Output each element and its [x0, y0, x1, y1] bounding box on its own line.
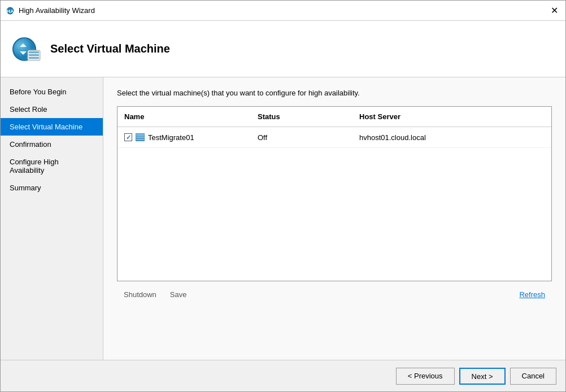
vm-table-header: Name Status Host Server: [117, 107, 551, 127]
shutdown-action[interactable]: Shutdown: [124, 290, 156, 299]
refresh-link[interactable]: Refresh: [519, 290, 545, 299]
wizard-footer: < Previous Next > Cancel: [1, 360, 565, 391]
vm-table: Name Status Host Server: [117, 106, 552, 281]
sidebar-item-summary[interactable]: Summary: [1, 179, 103, 197]
save-action[interactable]: Save: [170, 290, 187, 299]
column-header-status: Status: [253, 110, 355, 123]
table-footer: Shutdown Save Refresh: [117, 286, 552, 303]
window-title: High Availability Wizard: [19, 6, 547, 15]
vm-server-icon: [136, 133, 145, 142]
window-icon: HA: [5, 6, 15, 16]
svg-rect-13: [136, 137, 144, 138]
svg-rect-6: [29, 51, 39, 53]
title-bar: HA High Availability Wizard ✕: [1, 1, 565, 21]
sidebar-item-configure-high-availability[interactable]: Configure High Availability: [1, 153, 103, 179]
previous-button[interactable]: < Previous: [396, 368, 455, 385]
svg-rect-14: [136, 139, 144, 140]
svg-rect-7: [29, 54, 39, 56]
svg-text:HA: HA: [7, 8, 14, 14]
vm-name: TestMigrate01: [148, 133, 194, 142]
vm-checkbox[interactable]: [124, 133, 132, 141]
sidebar-item-select-virtual-machine[interactable]: Select Virtual Machine: [1, 118, 103, 136]
next-button[interactable]: Next >: [459, 368, 506, 385]
column-header-host: Host Server: [355, 110, 551, 123]
cancel-button[interactable]: Cancel: [510, 368, 556, 385]
column-header-name: Name: [117, 110, 253, 123]
svg-rect-12: [136, 134, 144, 136]
sidebar-item-confirmation[interactable]: Confirmation: [1, 136, 103, 153]
table-row[interactable]: TestMigrate01 Off hvhost01.cloud.local: [117, 127, 551, 148]
wizard-body: Before You Begin Select Role Select Virt…: [1, 77, 565, 360]
header-icon: [12, 34, 41, 64]
sidebar: Before You Begin Select Role Select Virt…: [1, 77, 103, 360]
page-header: Select Virtual Machine: [1, 21, 565, 77]
sidebar-item-select-role[interactable]: Select Role: [1, 101, 103, 118]
sidebar-item-before-you-begin[interactable]: Before You Begin: [1, 83, 103, 101]
vm-status-cell: Off: [253, 131, 355, 144]
vm-table-body: TestMigrate01 Off hvhost01.cloud.local: [117, 127, 551, 281]
content-description: Select the virtual machine(s) that you w…: [117, 89, 552, 97]
svg-rect-8: [29, 57, 39, 59]
page-title: Select Virtual Machine: [50, 42, 170, 55]
vm-host-cell: hvhost01.cloud.local: [355, 131, 551, 144]
wizard-window: HA High Availability Wizard ✕: [0, 0, 566, 392]
close-button[interactable]: ✕: [547, 4, 561, 18]
vm-name-cell: TestMigrate01: [117, 130, 253, 144]
content-area: Select the virtual machine(s) that you w…: [103, 77, 565, 360]
